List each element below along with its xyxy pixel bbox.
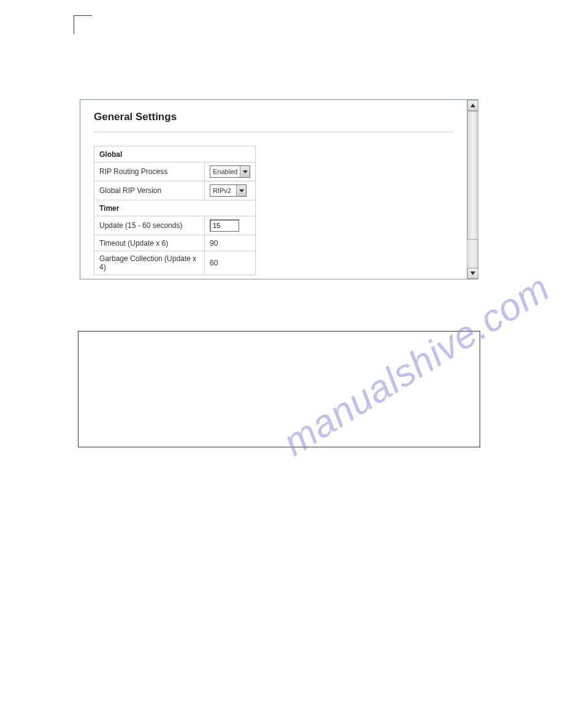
rip-routing-value-cell: Enabled (205, 162, 256, 181)
global-rip-version-selected: RIPv2 (210, 187, 236, 194)
rip-routing-select[interactable]: Enabled (210, 165, 250, 178)
rip-routing-selected: Enabled (210, 168, 240, 175)
settings-table: Global RIP Routing Process Enabled Globa… (94, 146, 256, 275)
svg-marker-2 (470, 104, 475, 107)
chevron-down-icon (240, 166, 250, 177)
divider (94, 132, 453, 132)
scroll-down-button[interactable] (467, 268, 478, 279)
garbage-collection-label: Garbage Collection (Update x 4) (94, 251, 205, 275)
svg-marker-3 (470, 271, 475, 275)
table-row: Garbage Collection (Update x 4) 60 (94, 251, 256, 275)
general-settings-panel: General Settings Global RIP Routing Proc… (80, 99, 478, 279)
panel-title: General Settings (94, 111, 453, 123)
vertical-scrollbar[interactable] (467, 100, 478, 279)
garbage-collection-value: 60 (205, 251, 256, 275)
panel-content: General Settings Global RIP Routing Proc… (80, 100, 467, 279)
table-row: RIP Routing Process Enabled (94, 162, 256, 181)
section-header-row: Timer (94, 200, 256, 216)
section-header-row: Global (94, 146, 256, 162)
triangle-down-icon (470, 271, 475, 275)
chevron-down-icon (236, 185, 246, 196)
scroll-thumb[interactable] (467, 111, 478, 240)
empty-rectangle (78, 331, 480, 447)
table-row: Global RIP Version RIPv2 (94, 181, 256, 200)
svg-marker-0 (243, 170, 248, 173)
global-rip-version-label: Global RIP Version (94, 181, 205, 200)
corner-crop-mark (74, 15, 92, 34)
scroll-up-button[interactable] (467, 100, 478, 111)
timer-header: Timer (94, 200, 256, 216)
global-rip-version-select[interactable]: RIPv2 (210, 184, 247, 197)
triangle-up-icon (470, 104, 475, 107)
timeout-label: Timeout (Update x 6) (94, 235, 205, 251)
svg-marker-1 (239, 189, 244, 192)
update-value-cell (205, 216, 256, 235)
update-input[interactable] (210, 219, 239, 232)
global-rip-version-value-cell: RIPv2 (205, 181, 256, 200)
table-row: Timeout (Update x 6) 90 (94, 235, 256, 251)
timeout-value: 90 (205, 235, 256, 251)
global-header: Global (94, 146, 256, 162)
rip-routing-label: RIP Routing Process (94, 162, 205, 181)
update-label: Update (15 - 60 seconds) (94, 216, 205, 235)
table-row: Update (15 - 60 seconds) (94, 216, 256, 235)
